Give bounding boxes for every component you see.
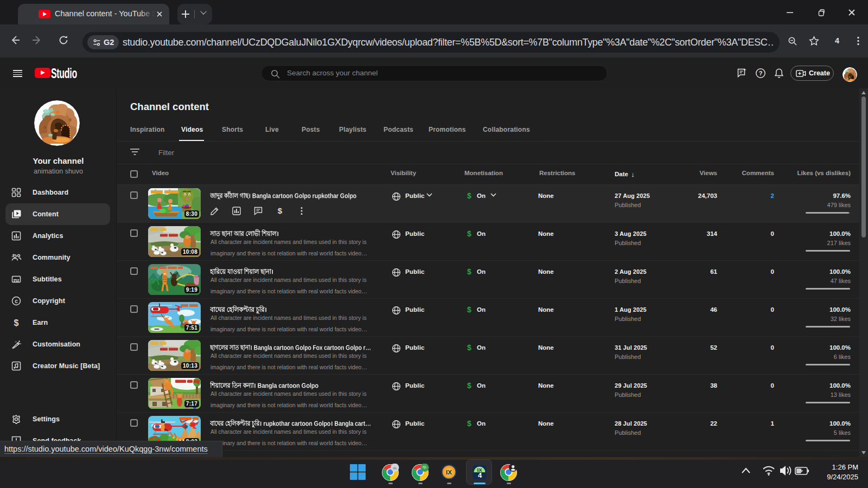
svg-text:4: 4	[478, 471, 482, 479]
svg-text:?: ?	[759, 70, 763, 76]
svg-text:IX: IX	[446, 469, 452, 476]
svg-text:$: $	[14, 318, 19, 328]
svg-text:c: c	[15, 298, 18, 304]
